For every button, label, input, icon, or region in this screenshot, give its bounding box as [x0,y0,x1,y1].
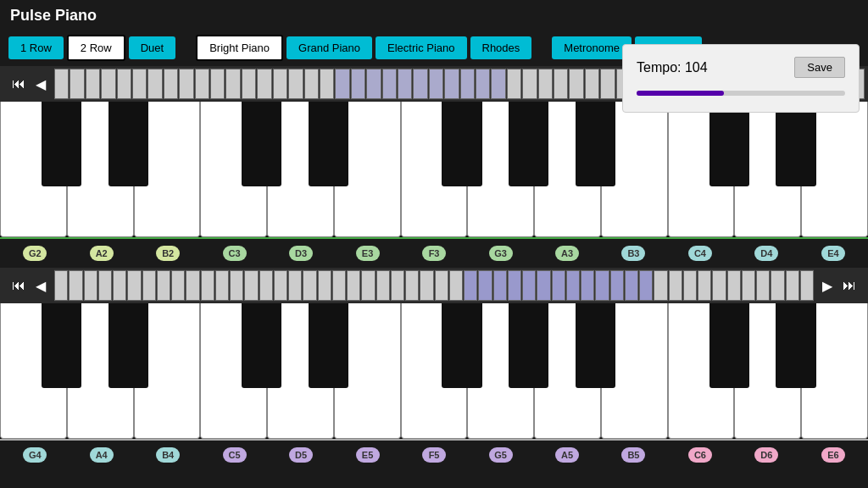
tempo-slider-container[interactable] [637,86,845,100]
bottom-nav-controls-right: ▶ ⏭ [814,276,865,296]
black-key-10[interactable] [709,303,749,388]
note-label-g2[interactable]: G2 [23,246,47,261]
black-key-1[interactable] [108,303,148,388]
note-label-f3[interactable]: F3 [422,246,446,261]
note-label-cell-d4: D4 [733,246,799,261]
note-label-cell-d5: D5 [268,447,334,463]
note-label-cell-f5: F5 [401,447,467,463]
note-label-cell-b5: B5 [600,447,666,463]
note-label-e3[interactable]: E3 [356,246,380,261]
btn-duet[interactable]: Duet [129,36,175,59]
black-key-10[interactable] [709,102,749,186]
note-label-cell-g4: G4 [2,447,68,463]
mini-keyboard-visual-bottom [54,269,814,302]
black-key-6[interactable] [442,303,481,388]
note-label-cell-e6: E6 [800,447,866,463]
fast-forward-button-bottom[interactable]: ⏭ [839,276,860,295]
note-label-cell-c3: C3 [201,246,267,261]
black-key-11[interactable] [776,102,815,186]
note-label-cell-c6: C6 [667,447,733,463]
tempo-popup: Tempo: 104 Save [622,44,860,113]
note-label-cell-g5: G5 [467,447,533,463]
mini-keyboard-strip-bottom: ⏮ ◀ ▶ ⏭ [0,268,868,303]
note-label-g4[interactable]: G4 [23,447,47,463]
bottom-note-labels: G4A4B4C5D5E5F5G5A5B5C6D6E6 [0,439,868,469]
note-label-g5[interactable]: G5 [489,447,513,463]
note-label-cell-g3: G3 [467,246,533,261]
note-label-b3[interactable]: B3 [621,246,645,261]
note-label-e5[interactable]: E5 [356,447,380,463]
bottom-section: ⏮ ◀ ▶ ⏭ G4A4B4C5D5E5F5G5A5B5C6D6E6 [0,268,868,469]
note-label-a4[interactable]: A4 [90,447,114,463]
btn-grand-piano[interactable]: Grand Piano [287,36,372,59]
note-label-cell-e4: E4 [800,246,866,261]
note-label-c5[interactable]: C5 [223,447,247,463]
btn-electric-piano[interactable]: Electric Piano [376,36,466,59]
btn-1row[interactable]: 1 Row [8,36,64,59]
note-label-g3[interactable]: G3 [489,246,513,261]
tempo-slider-fill [637,91,724,96]
note-label-e6[interactable]: E6 [821,447,845,463]
btn-2row[interactable]: 2 Row [67,35,125,61]
note-label-cell-c5: C5 [201,447,267,463]
note-label-a5[interactable]: A5 [555,447,579,463]
forward-button-bottom[interactable]: ▶ [819,276,836,296]
bottom-nav-controls-left: ⏮ ◀ [3,276,54,296]
bottom-piano-keys[interactable] [0,303,868,439]
note-label-d6[interactable]: D6 [754,447,778,463]
btn-bright-piano[interactable]: Bright Piano [196,35,283,61]
note-label-d5[interactable]: D5 [289,447,313,463]
rewind-button-bottom[interactable]: ⏮ [8,276,29,295]
bottom-keyboard [0,303,868,439]
title-bar: Pulse Piano [0,0,868,31]
black-key-8[interactable] [576,102,615,186]
note-label-cell-a4: A4 [68,447,134,463]
top-nav-controls: ⏮ ◀ [3,75,54,94]
black-key-7[interactable] [509,102,548,186]
note-label-b2[interactable]: B2 [156,246,180,261]
note-label-cell-b4: B4 [135,447,201,463]
note-label-c4[interactable]: C4 [688,246,712,261]
note-label-f5[interactable]: F5 [422,447,446,463]
note-label-d4[interactable]: D4 [754,246,778,261]
black-key-6[interactable] [442,102,481,186]
btn-metronome[interactable]: Metronome [552,36,632,59]
app-title: Pulse Piano [10,7,97,25]
note-label-cell-f3: F3 [401,246,467,261]
back-button-top[interactable]: ◀ [32,75,49,94]
top-note-labels: G2A2B2C3D3E3F3G3A3B3C4D4E4 [0,237,868,268]
note-label-b4[interactable]: B4 [156,447,180,463]
black-key-0[interactable] [42,102,81,186]
note-label-cell-b2: B2 [135,246,201,261]
black-key-0[interactable] [42,303,81,388]
note-label-d3[interactable]: D3 [289,246,313,261]
note-label-a3[interactable]: A3 [555,246,579,261]
top-keyboard [0,102,868,237]
top-piano-keys[interactable] [0,102,868,237]
black-key-8[interactable] [576,303,615,388]
black-key-7[interactable] [509,303,548,388]
black-key-1[interactable] [108,102,148,186]
note-label-cell-a2: A2 [68,246,134,261]
note-label-c3[interactable]: C3 [223,246,247,261]
note-label-cell-e3: E3 [334,246,400,261]
note-label-b5[interactable]: B5 [621,447,645,463]
note-label-cell-c4: C4 [667,246,733,261]
back-button-bottom[interactable]: ◀ [32,276,49,296]
tempo-header: Tempo: 104 Save [637,57,845,78]
note-label-cell-e5: E5 [334,447,400,463]
note-label-a2[interactable]: A2 [90,246,114,261]
save-tempo-button[interactable]: Save [794,57,845,78]
note-label-c6[interactable]: C6 [688,447,712,463]
black-key-4[interactable] [309,102,348,186]
tempo-label: Tempo: 104 [637,60,708,75]
black-key-3[interactable] [242,102,281,186]
note-label-e4[interactable]: E4 [821,246,845,261]
black-key-11[interactable] [776,303,815,388]
rewind-button-top[interactable]: ⏮ [8,75,29,93]
note-label-cell-a5: A5 [534,447,600,463]
black-key-3[interactable] [242,303,281,388]
btn-rhodes[interactable]: Rhodes [470,36,532,59]
note-label-cell-b3: B3 [600,246,666,261]
black-key-4[interactable] [309,303,348,388]
